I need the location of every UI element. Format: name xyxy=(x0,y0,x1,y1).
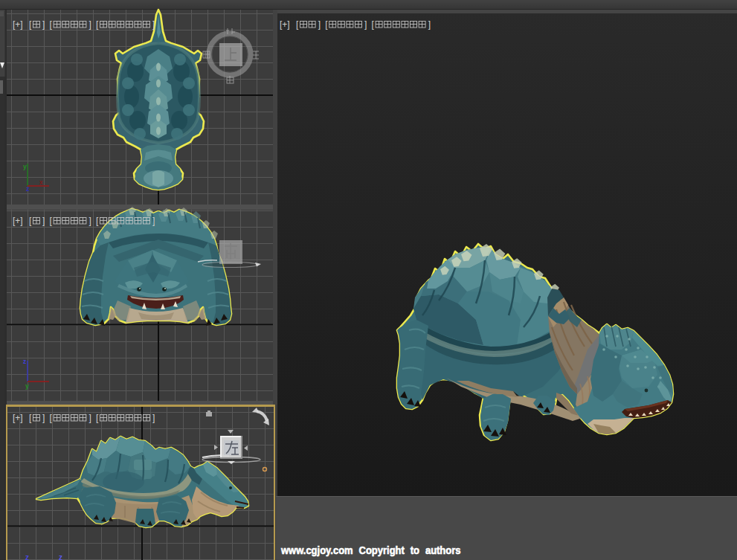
svg-text:]: ] xyxy=(152,413,155,423)
svg-text:[: [ xyxy=(96,216,99,226)
svg-text:]: ] xyxy=(42,19,45,30)
svg-text:[: [ xyxy=(50,19,53,30)
svg-text:[: [ xyxy=(296,19,299,30)
svg-text:[+]: [+] xyxy=(13,19,23,30)
svg-text:[: [ xyxy=(96,19,99,30)
svg-text:[: [ xyxy=(50,413,53,423)
svg-text:]: ] xyxy=(152,216,155,226)
svg-text:]: ] xyxy=(42,413,45,423)
svg-text:[: [ xyxy=(29,413,32,423)
svg-text:[: [ xyxy=(96,413,99,423)
svg-text:[+]: [+] xyxy=(13,413,23,423)
svg-text:]: ] xyxy=(318,19,321,30)
svg-text:[: [ xyxy=(372,19,375,30)
svg-text:[: [ xyxy=(29,19,32,30)
svg-text:[: [ xyxy=(50,216,53,226)
svg-text:[+]: [+] xyxy=(13,216,23,226)
svg-text:[: [ xyxy=(325,19,328,30)
svg-text:[: [ xyxy=(29,216,32,226)
svg-text:]: ] xyxy=(89,19,91,30)
svg-text:]: ] xyxy=(89,216,91,226)
svg-text:]: ] xyxy=(89,413,91,423)
svg-text:]: ] xyxy=(428,19,431,30)
svg-text:]: ] xyxy=(364,19,367,30)
svg-text:]: ] xyxy=(42,216,45,226)
svg-text:[+]: [+] xyxy=(280,19,290,30)
svg-text:]: ] xyxy=(152,19,155,30)
